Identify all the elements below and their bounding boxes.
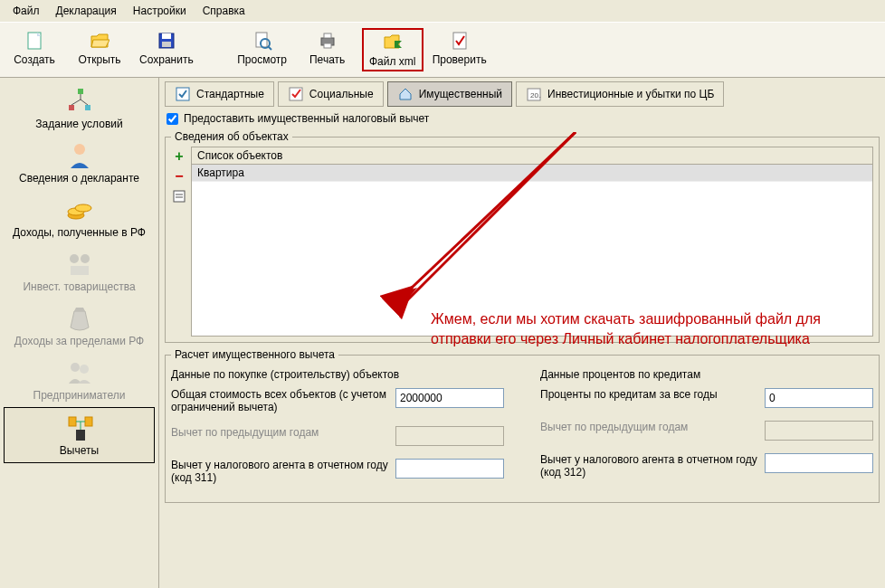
svg-rect-12 bbox=[69, 105, 74, 110]
sidebar-label: Предприниматели bbox=[33, 389, 126, 402]
money-bag-icon bbox=[65, 304, 94, 333]
total-cost-label: Общая стоимость всех объектов (с учетом … bbox=[171, 388, 388, 413]
sidebar-item-conditions[interactable]: Задание условий bbox=[0, 81, 158, 136]
tab-property[interactable]: Имущественный bbox=[387, 81, 512, 107]
tab-standard[interactable]: Стандартные bbox=[165, 81, 274, 107]
object-row[interactable]: Квартира bbox=[192, 165, 872, 182]
svg-rect-26 bbox=[69, 417, 76, 426]
conditions-icon bbox=[65, 87, 94, 116]
open-button[interactable]: Открыть bbox=[69, 28, 130, 71]
svg-point-25 bbox=[80, 365, 89, 374]
provide-deduction-checkbox[interactable] bbox=[167, 113, 178, 125]
checkbox-red-icon bbox=[288, 86, 304, 102]
total-cost-input[interactable] bbox=[395, 388, 504, 408]
calendar-icon: 20.. bbox=[526, 86, 542, 102]
preview-icon bbox=[252, 30, 273, 52]
add-object-button[interactable]: + bbox=[171, 148, 187, 165]
svg-point-22 bbox=[81, 254, 90, 263]
save-label: Сохранить bbox=[139, 53, 194, 66]
calc-left-title: Данные по покупке (строительству) объект… bbox=[171, 368, 504, 381]
svg-rect-13 bbox=[85, 105, 90, 110]
agent-312-input[interactable] bbox=[765, 453, 873, 473]
tab-invest[interactable]: 20.. Инвестиционные и убытки по ЦБ bbox=[516, 81, 724, 107]
svg-point-17 bbox=[74, 144, 85, 155]
calc-legend: Расчет имущественного вычета bbox=[171, 348, 338, 361]
svg-rect-3 bbox=[162, 42, 171, 47]
calc-left-column: Данные по покупке (строительству) объект… bbox=[171, 368, 504, 497]
floppy-disk-icon bbox=[156, 30, 177, 52]
print-button[interactable]: Печать bbox=[297, 28, 358, 71]
prev-years-right-input bbox=[765, 421, 873, 441]
open-label: Открыть bbox=[78, 53, 120, 66]
calc-right-column: Данные процентов по кредитам Проценты по… bbox=[540, 368, 873, 497]
print-label: Печать bbox=[309, 53, 345, 66]
calc-right-title: Данные процентов по кредитам bbox=[540, 368, 873, 381]
check-button[interactable]: Проверить bbox=[427, 28, 492, 71]
agent-311-label: Вычет у налогового агента в отчетном год… bbox=[171, 459, 388, 484]
menu-help[interactable]: Справка bbox=[197, 3, 251, 19]
new-file-icon bbox=[24, 30, 45, 52]
sidebar-item-entrepreneurs[interactable]: Предприниматели bbox=[0, 353, 158, 407]
remove-object-button[interactable]: − bbox=[171, 168, 187, 185]
tab-social[interactable]: Социальные bbox=[278, 81, 384, 107]
edit-object-button[interactable] bbox=[171, 188, 187, 204]
house-icon bbox=[397, 86, 414, 102]
svg-rect-8 bbox=[324, 33, 331, 38]
sidebar-label: Вычеты bbox=[60, 444, 99, 457]
svg-rect-2 bbox=[162, 33, 171, 39]
agent-311-input[interactable] bbox=[395, 459, 504, 479]
svg-rect-35 bbox=[174, 191, 185, 202]
menu-settings[interactable]: Настройки bbox=[128, 3, 192, 19]
svg-rect-10 bbox=[453, 33, 466, 49]
partnership-icon bbox=[65, 250, 94, 279]
file-xml-button[interactable]: Файл xml bbox=[362, 28, 423, 71]
svg-rect-11 bbox=[78, 89, 83, 94]
interest-input[interactable] bbox=[765, 388, 873, 408]
svg-line-15 bbox=[71, 100, 81, 105]
menu-bar: Файл Декларация Настройки Справка bbox=[0, 0, 885, 23]
sidebar-item-income-rf[interactable]: Доходы, полученные в РФ bbox=[0, 190, 158, 244]
person-icon bbox=[65, 141, 94, 170]
sidebar-label: Инвест. товарищества bbox=[23, 280, 135, 293]
provide-deduction-row: Предоставить имущественный налоговый выч… bbox=[167, 112, 880, 125]
objects-legend: Сведения об объектах bbox=[171, 130, 292, 143]
save-button[interactable]: Сохранить bbox=[134, 28, 199, 71]
people-icon bbox=[65, 358, 94, 387]
toolbar: Создать Открыть Сохранить Просмотр Печат… bbox=[0, 23, 885, 78]
svg-point-21 bbox=[70, 254, 79, 263]
content-area: Стандартные Социальные Имущественный 20.… bbox=[159, 78, 885, 588]
tab-label: Инвестиционные и убытки по ЦБ bbox=[547, 88, 714, 100]
sidebar-item-invest-partnership[interactable]: Инвест. товарищества bbox=[0, 244, 158, 299]
object-list-header: Список объектов bbox=[192, 147, 872, 165]
check-icon bbox=[449, 30, 471, 52]
interest-label: Проценты по кредитам за все годы bbox=[540, 388, 757, 403]
check-label: Проверить bbox=[433, 53, 487, 66]
sidebar-item-deductions[interactable]: Вычеты bbox=[4, 407, 155, 463]
menu-declaration[interactable]: Декларация bbox=[51, 3, 122, 19]
prev-years-left-input bbox=[395, 426, 504, 446]
file-xml-label: Файл xml bbox=[369, 55, 416, 68]
prev-years-right-label: Вычет по предыдущим годам bbox=[540, 421, 757, 435]
prev-years-left-label: Вычет по предыдущим годам bbox=[171, 426, 388, 441]
deduction-tabs: Стандартные Социальные Имущественный 20.… bbox=[165, 81, 880, 107]
sidebar-label: Доходы, полученные в РФ bbox=[13, 226, 146, 239]
svg-rect-23 bbox=[71, 266, 89, 275]
sidebar-item-declarant[interactable]: Сведения о декларанте bbox=[0, 136, 158, 190]
svg-rect-30 bbox=[76, 430, 85, 441]
create-button[interactable]: Создать bbox=[4, 28, 65, 71]
printer-icon bbox=[317, 30, 338, 52]
svg-line-6 bbox=[268, 46, 271, 50]
object-list[interactable]: Список объектов Квартира bbox=[191, 147, 873, 337]
sidebar-label: Доходы за пределами РФ bbox=[14, 335, 144, 347]
svg-point-24 bbox=[71, 363, 80, 372]
sidebar-item-income-foreign[interactable]: Доходы за пределами РФ bbox=[0, 299, 158, 353]
tab-label: Имущественный bbox=[419, 88, 502, 100]
tab-label: Социальные bbox=[309, 88, 374, 100]
object-controls: + − bbox=[171, 147, 191, 337]
provide-deduction-label: Предоставить имущественный налоговый выч… bbox=[184, 112, 429, 125]
preview-button[interactable]: Просмотр bbox=[232, 28, 293, 71]
checklist-icon bbox=[175, 86, 191, 102]
menu-file[interactable]: Файл bbox=[7, 3, 45, 19]
create-label: Создать bbox=[14, 53, 55, 66]
deductions-icon bbox=[65, 413, 94, 442]
